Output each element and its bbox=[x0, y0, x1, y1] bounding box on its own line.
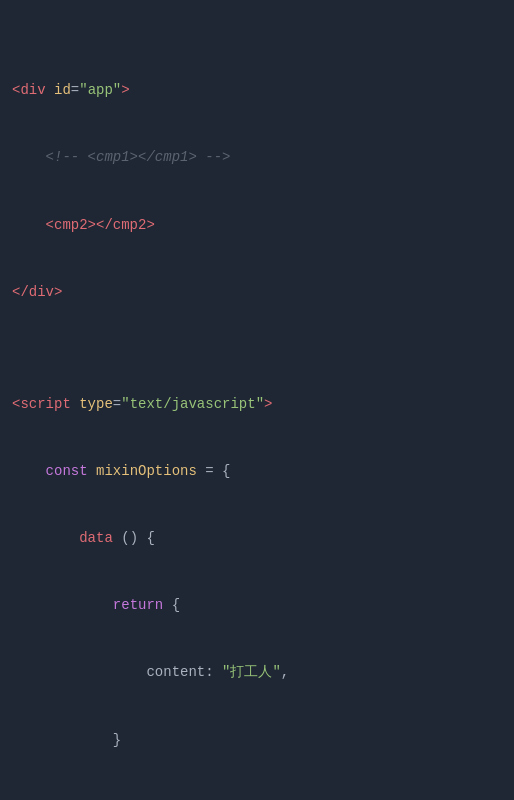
code-line-2: <!-- <cmp1></cmp1> --> bbox=[8, 146, 506, 168]
code-line-10: content: "打工人", bbox=[8, 661, 506, 683]
code-line-1: <div id="app"> bbox=[8, 79, 506, 101]
code-line-6: <script type="text/javascript"> bbox=[8, 393, 506, 415]
code-line-4: </div> bbox=[8, 281, 506, 303]
code-line-12: }, bbox=[8, 796, 506, 800]
code-line-9: return { bbox=[8, 594, 506, 616]
code-line-11: } bbox=[8, 729, 506, 751]
code-line-8: data () { bbox=[8, 527, 506, 549]
code-editor: <div id="app"> <!-- <cmp1></cmp1> --> <c… bbox=[0, 0, 514, 800]
code-line-7: const mixinOptions = { bbox=[8, 460, 506, 482]
code-line-3: <cmp2></cmp2> bbox=[8, 214, 506, 236]
